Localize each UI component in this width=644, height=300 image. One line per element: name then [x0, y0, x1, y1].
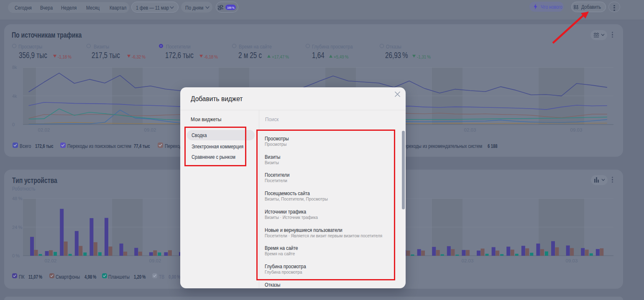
svg-text:0: 0	[12, 122, 15, 127]
svg-text:48 %: 48 %	[12, 196, 22, 201]
svg-text:02.03: 02.03	[464, 127, 476, 132]
svg-text:09.02: 09.02	[144, 127, 156, 132]
svg-text:02.03: 02.03	[462, 258, 474, 263]
svg-text:09.02: 09.02	[149, 258, 161, 263]
svg-text:09.03: 09.03	[570, 127, 583, 132]
svg-text:24 %: 24 %	[12, 225, 22, 230]
svg-text:0 %: 0 %	[12, 253, 20, 258]
svg-text:09.03: 09.03	[566, 258, 578, 263]
svg-text:02.02: 02.02	[45, 258, 57, 263]
svg-text:8k: 8k	[12, 65, 17, 70]
svg-text:02.02: 02.02	[38, 127, 50, 132]
svg-text:4k: 4k	[12, 94, 17, 99]
